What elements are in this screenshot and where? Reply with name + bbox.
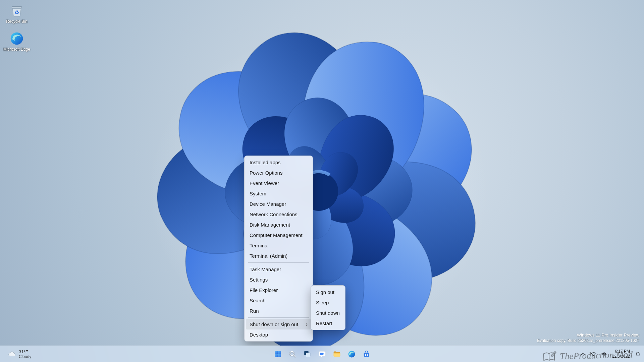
- menu-item-label: File Explorer: [250, 287, 278, 293]
- chevron-right-icon: ›: [306, 319, 308, 329]
- menu-item-settings[interactable]: Settings: [246, 275, 311, 285]
- volume-icon: [601, 351, 608, 357]
- submenu-item-shut-down[interactable]: Shut down: [312, 308, 344, 318]
- volume-button[interactable]: [600, 349, 609, 359]
- menu-item-label: System: [250, 191, 266, 196]
- menu-item-label: Sign out: [316, 289, 334, 295]
- watermark-line2: Evaluation copy. Build 25262.rs_prerelea…: [537, 338, 639, 343]
- desktop-icon-recycle-bin[interactable]: ♻ Recycle Bin: [2, 3, 32, 24]
- search-button[interactable]: [286, 347, 299, 361]
- winx-context-menu: Installed appsPower OptionsEvent ViewerS…: [244, 156, 313, 342]
- menu-item-label: Device Manager: [250, 201, 286, 207]
- weather-temperature: 31°F: [19, 349, 31, 354]
- menu-item-label: Event Viewer: [250, 180, 279, 186]
- menu-item-label: Search: [250, 298, 266, 303]
- menu-item-file-explorer[interactable]: File Explorer: [246, 285, 311, 295]
- system-tray: 6:17 PM 12/6/2022: [579, 346, 642, 362]
- menu-item-label: Desktop: [250, 332, 268, 338]
- notification-center-button[interactable]: [633, 349, 642, 359]
- desktop-icon-microsoft-edge[interactable]: Microsoft Edge: [2, 31, 32, 52]
- store-icon: [362, 350, 371, 358]
- power-submenu: Sign outSleepShut downRestart: [311, 285, 345, 330]
- network-button[interactable]: [589, 349, 598, 359]
- submenu-item-sleep[interactable]: Sleep: [312, 297, 344, 308]
- menu-item-label: Disk Management: [250, 222, 290, 228]
- recycle-bin-icon: ♻: [9, 3, 24, 18]
- menu-item-disk-management[interactable]: Disk Management: [246, 220, 311, 230]
- menu-item-search[interactable]: Search: [246, 295, 311, 306]
- menu-item-shut-down-or-sign-out[interactable]: Shut down or sign out›: [246, 319, 311, 329]
- start-button[interactable]: [271, 347, 284, 361]
- weather-text: 31°F Cloudy: [19, 349, 31, 359]
- submenu-item-restart[interactable]: Restart: [312, 318, 344, 328]
- edge-icon: [347, 350, 356, 358]
- menu-item-label: Terminal: [250, 243, 269, 248]
- desktop-icon-label: Microsoft Edge: [3, 47, 30, 52]
- menu-item-computer-management[interactable]: Computer Management: [246, 230, 311, 240]
- folder-icon: [333, 350, 341, 358]
- weather-widget[interactable]: 31°F Cloudy: [5, 346, 34, 362]
- edge-button[interactable]: [345, 347, 358, 361]
- menu-item-label: Computer Management: [250, 232, 303, 238]
- clock-date: 12/6/2022: [612, 354, 630, 359]
- menu-item-label: Installed apps: [250, 160, 281, 165]
- menu-item-event-viewer[interactable]: Event Viewer: [246, 178, 311, 188]
- evaluation-watermark: Windows 11 Pro Insider Preview Evaluatio…: [537, 332, 639, 343]
- menu-item-installed-apps[interactable]: Installed apps: [246, 157, 311, 168]
- taskbar: 31°F Cloudy: [0, 346, 644, 362]
- menu-item-label: Run: [250, 308, 259, 314]
- chat-button[interactable]: [315, 347, 329, 361]
- search-icon: [288, 350, 297, 358]
- menu-item-label: Shut down or sign out: [250, 321, 298, 327]
- show-hidden-icons-button[interactable]: [579, 349, 587, 359]
- weather-condition: Cloudy: [19, 354, 31, 359]
- task-view-icon: [303, 350, 311, 358]
- menu-separator: [248, 317, 309, 318]
- menu-item-network-connections[interactable]: Network Connections: [246, 209, 311, 220]
- menu-item-label: Shut down: [316, 310, 340, 316]
- menu-separator: [248, 262, 309, 263]
- chat-icon: [318, 350, 326, 358]
- chevron-up-icon: [580, 351, 586, 357]
- menu-item-power-options[interactable]: Power Options: [246, 168, 311, 178]
- menu-item-desktop[interactable]: Desktop: [246, 329, 311, 340]
- menu-item-label: Restart: [316, 320, 332, 326]
- menu-item-run[interactable]: Run: [246, 306, 311, 316]
- store-button[interactable]: [360, 347, 373, 361]
- notification-bell-icon: [635, 351, 641, 357]
- svg-text:♻: ♻: [14, 9, 19, 16]
- desktop-icon-label: Recycle Bin: [6, 19, 27, 24]
- menu-item-device-manager[interactable]: Device Manager: [246, 199, 311, 209]
- menu-item-label: Network Connections: [250, 212, 298, 217]
- menu-item-label: Power Options: [250, 170, 282, 176]
- wifi-icon: [590, 351, 597, 357]
- desktop-icons: ♻ Recycle Bin Microsoft Edge: [2, 3, 32, 52]
- file-explorer-button[interactable]: [330, 347, 343, 361]
- menu-item-task-manager[interactable]: Task Manager: [246, 264, 311, 275]
- taskbar-clock[interactable]: 6:17 PM 12/6/2022: [611, 349, 631, 359]
- menu-item-label: Task Manager: [250, 266, 281, 272]
- menu-item-terminal-admin[interactable]: Terminal (Admin): [246, 251, 311, 261]
- menu-item-terminal[interactable]: Terminal: [246, 240, 311, 251]
- menu-item-system[interactable]: System: [246, 188, 311, 199]
- task-view-button[interactable]: [301, 347, 314, 361]
- windows-logo-icon: [274, 350, 282, 358]
- menu-item-label: Terminal (Admin): [250, 253, 287, 259]
- taskbar-center-icons: [271, 346, 373, 362]
- submenu-item-sign-out[interactable]: Sign out: [312, 287, 344, 297]
- cloud-icon: [7, 350, 16, 358]
- menu-item-label: Sleep: [316, 300, 329, 305]
- watermark-line1: Windows 11 Pro Insider Preview: [537, 332, 639, 338]
- edge-icon: [9, 31, 24, 46]
- clock-time: 6:17 PM: [612, 349, 630, 354]
- menu-item-label: Settings: [250, 277, 268, 283]
